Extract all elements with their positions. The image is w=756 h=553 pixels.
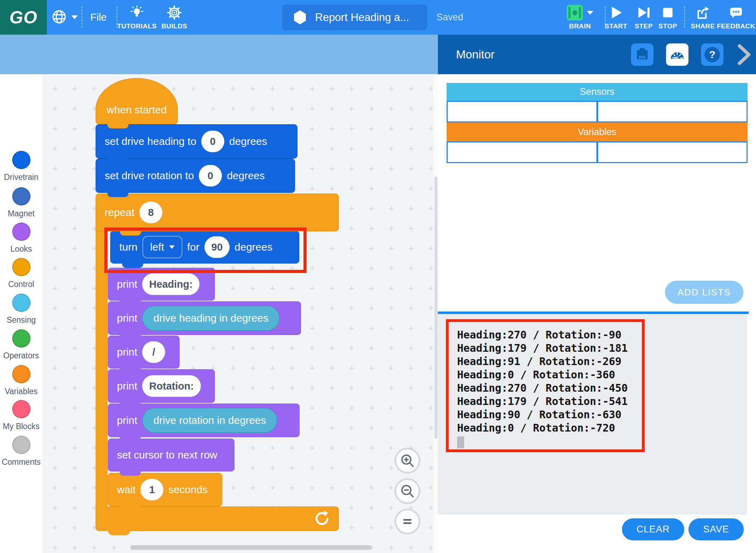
block-label: wait [117,484,135,496]
wait-seconds-input[interactable]: 1 [140,479,163,500]
sidebar-item-operators[interactable]: Operators [0,329,42,360]
go-logo[interactable]: GO [0,0,47,35]
variables-cell-right [597,141,748,163]
gear-icon [167,5,182,20]
sidebar-item-magnet[interactable]: Magnet [0,187,42,218]
step-label: STEP [635,22,653,30]
operators-category-icon [12,329,30,348]
toolbar-divider [82,6,82,28]
table-row [447,141,748,163]
drive-heading-reporter[interactable]: drive heading in degrees [142,306,280,331]
play-icon [609,5,623,20]
variables-header: Variables [447,122,748,141]
brain-button[interactable]: BRAIN [562,0,598,35]
block-repeat[interactable]: repeat 8 [96,194,339,231]
control-category-icon [12,258,30,276]
sidebar-item-drivetrain[interactable]: Drivetrain [0,151,42,182]
brain-label: BRAIN [569,22,591,30]
block-label: print [117,380,137,392]
print-text-input[interactable]: Heading: [142,273,200,295]
language-menu[interactable] [51,0,78,35]
chevron-down-icon [71,15,78,19]
block-label: set drive rotation to [105,170,194,182]
block-set-drive-rotation[interactable]: set drive rotation to 0 degrees [96,159,295,193]
help-button[interactable]: ? [701,43,723,66]
block-label: degrees [227,170,265,182]
monitor-view-button[interactable] [666,43,688,66]
repeat-count-input[interactable]: 8 [139,202,162,223]
block-label: print [117,312,137,324]
sidebar-item-looks[interactable]: Looks [0,223,42,254]
hexagon-icon [294,10,306,24]
drive-rotation-reporter[interactable]: drive rotation in degrees [142,408,277,433]
gauge-icon [669,46,685,63]
share-icon [695,5,710,20]
block-print-heading-label[interactable]: print Heading: [108,268,215,301]
zoom-out-button[interactable] [394,478,420,504]
block-wait[interactable]: wait 1 seconds [108,473,222,506]
feedback-icon [729,5,743,20]
block-print-drive-rotation[interactable]: print drive rotation in degrees [108,404,300,437]
chevron-down-icon [587,11,593,15]
dropdown-value: left [150,241,164,253]
project-name-box[interactable]: Report Heading a... [282,5,427,30]
block-label: when started [107,104,167,116]
table-row [447,101,748,122]
sidebar-item-my-blocks[interactable]: My Blocks [0,400,42,431]
console-line: Heading:0 / Rotation:-720 [457,421,642,435]
sensors-header: Sensors [447,83,748,101]
save-button[interactable]: SAVE [688,518,744,540]
rotation-value-input[interactable]: 0 [199,165,222,187]
clear-button[interactable]: CLEAR [622,518,684,540]
block-label: degrees [229,135,267,147]
zoom-reset-button[interactable] [394,509,420,534]
canvas-horizontal-scrollbar[interactable] [130,545,371,550]
block-set-drive-heading[interactable]: set drive heading to 0 degrees [96,124,298,159]
variables-cell-left [447,141,597,163]
start-button[interactable]: START [601,0,631,35]
add-lists-button[interactable]: ADD LISTS [665,281,743,304]
tutorials-button[interactable]: TUTORIALS [118,0,156,35]
question-mark-icon: ? [705,47,720,62]
block-label: turn [119,241,138,253]
builds-button[interactable]: BUILDS [157,0,192,35]
block-turn[interactable]: turn left for 90 degrees [110,231,299,264]
code-canvas[interactable]: ++++++++++++++++++++ +++++++++++++++++++… [42,74,438,553]
sidebar-item-variables[interactable]: Variables [0,365,42,396]
builds-label: BUILDS [161,22,187,30]
console-output-highlight: Heading:270 / Rotation:-90 Heading:179 /… [446,319,645,452]
block-print-slash[interactable]: print / [108,336,180,369]
sidebar-item-control[interactable]: Control [0,258,42,289]
stop-button[interactable]: STOP [654,0,682,35]
sidebar-item-sensing[interactable]: Sensing [0,294,42,325]
canvas-vertical-scrollbar-thumb[interactable] [434,176,438,439]
file-menu[interactable]: File [90,0,107,35]
collapse-panel-chevron[interactable] [736,44,752,67]
print-console: Heading:270 / Rotation:-90 Heading:179 /… [438,314,747,514]
sensors-cell-left [447,101,597,122]
heading-value-input[interactable]: 0 [201,131,224,152]
block-set-cursor-next-row[interactable]: set cursor to next row [108,439,234,471]
console-line: Heading:270 / Rotation:-90 [457,328,642,342]
block-print-drive-heading[interactable]: print drive heading in degrees [108,301,301,335]
print-text-input[interactable]: Rotation: [142,375,201,397]
zoom-in-button[interactable] [394,448,420,474]
print-text-input[interactable]: / [142,341,165,363]
turn-degrees-input[interactable]: 90 [204,236,230,258]
brain-view-button[interactable] [631,43,653,66]
sidebar-item-comments[interactable]: Comments [0,436,42,467]
sensing-category-icon [12,294,30,312]
monitor-panel: Monitor [438,35,756,553]
block-print-rotation-label[interactable]: print Rotation: [108,369,215,403]
share-button[interactable]: SHARE [688,0,718,35]
feedback-button[interactable]: FEEDBACK [718,0,754,35]
block-when-started[interactable]: when started [96,78,178,124]
turn-direction-dropdown[interactable]: left [142,236,182,258]
brain-port-icon [635,46,650,63]
tutorials-label: TUTORIALS [117,22,157,30]
my-blocks-category-icon [12,400,30,418]
block-label: set drive heading to [105,135,196,147]
monitor-table: Sensors Variables [447,83,748,163]
sensors-cell-right [597,101,748,122]
block-label: degrees [234,241,272,253]
